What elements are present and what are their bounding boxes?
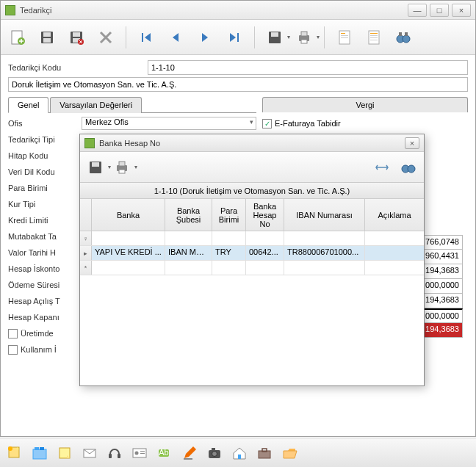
svg-rect-19 <box>370 33 378 34</box>
modal-fit-icon[interactable] <box>372 158 392 177</box>
home-icon[interactable] <box>231 444 248 462</box>
svg-rect-30 <box>119 162 125 166</box>
svg-rect-6 <box>73 32 80 37</box>
save-dropdown-icon[interactable]: ▾ <box>265 28 284 47</box>
svg-rect-12 <box>301 32 307 36</box>
titlebar: Tedarikçi — □ × <box>1 1 475 20</box>
col-banka[interactable]: Banka <box>92 199 165 231</box>
efatura-checkbox[interactable]: ✓ <box>262 119 272 128</box>
cell-iban: TR880006701000... <box>284 246 365 260</box>
nav-prev-icon[interactable] <box>166 28 185 47</box>
modal-binoculars-icon[interactable] <box>399 158 418 177</box>
modal-icon <box>84 138 95 148</box>
mail-icon[interactable] <box>81 444 98 462</box>
toolbar-divider <box>324 26 325 48</box>
nav-last-icon[interactable] <box>225 28 244 47</box>
supplier-name-input[interactable] <box>8 77 468 92</box>
briefcase-icon[interactable] <box>256 444 273 462</box>
svg-rect-21 <box>370 37 378 38</box>
nav-first-icon[interactable] <box>137 28 156 47</box>
svg-point-33 <box>408 165 415 173</box>
doc-lines-icon[interactable] <box>364 28 383 47</box>
svg-rect-13 <box>301 40 307 43</box>
note-new-icon[interactable] <box>6 444 24 462</box>
grid-filter-row[interactable]: ♀ <box>80 231 424 246</box>
svg-rect-46 <box>140 453 145 454</box>
svg-rect-3 <box>43 32 51 37</box>
binoculars-icon[interactable] <box>394 28 413 47</box>
col-para[interactable]: Para Birimi <box>212 199 246 231</box>
efatura-label: E-Faturaya Tabidir <box>275 119 341 128</box>
close-button[interactable]: × <box>452 4 471 17</box>
modal-title: Banka Hesap No <box>99 139 405 148</box>
svg-rect-36 <box>33 449 46 459</box>
main-toolbar: ▾ ▾ <box>1 20 475 55</box>
svg-rect-37 <box>35 447 39 450</box>
id-card-icon[interactable] <box>131 444 148 462</box>
doc-icon[interactable] <box>335 28 354 47</box>
folder-tabs-icon[interactable] <box>31 444 48 462</box>
nav-next-icon[interactable] <box>195 28 214 47</box>
tab-defaults[interactable]: Varsayılan Değerleri <box>50 97 142 113</box>
col-iban[interactable]: IBAN Numarası <box>284 199 365 231</box>
para-label: Para Birimi <box>8 184 82 192</box>
save-as-icon[interactable] <box>67 28 86 47</box>
col-hesap[interactable]: Banka Hesap No <box>246 199 284 231</box>
sticky-note-icon[interactable] <box>56 444 73 462</box>
tab-row: Genel Varsayılan Değerleri <box>8 96 256 113</box>
iskonto-label: Hesap İskonto <box>8 264 82 273</box>
supplier-code-input[interactable] <box>148 60 468 75</box>
cell-sube: IBAN MER... <box>165 246 212 260</box>
kur-label: Kur Tipi <box>8 200 82 209</box>
odeme-label: Ödeme Süresi <box>8 280 82 289</box>
kapan-label: Hesap Kapanı <box>8 313 82 322</box>
grid-new-row[interactable]: * <box>80 261 424 275</box>
svg-rect-28 <box>92 162 99 167</box>
svg-point-44 <box>135 451 139 455</box>
pen-icon[interactable] <box>181 444 198 462</box>
svg-point-51 <box>212 451 217 456</box>
ofis-label: Ofis <box>8 119 82 128</box>
uretim-checkbox[interactable] <box>8 329 18 339</box>
headset-icon[interactable] <box>106 444 123 462</box>
cell-banka: YAPI VE KREDİ ... <box>92 246 165 260</box>
ofis-combo[interactable]: Merkez Ofis <box>82 117 256 130</box>
toolbar-divider <box>126 26 126 48</box>
cell-para: TRY <box>212 246 246 260</box>
kullanim-checkbox[interactable] <box>8 345 18 355</box>
print-dropdown-icon[interactable]: ▾ <box>295 28 314 47</box>
svg-point-24 <box>403 35 410 43</box>
bank-account-modal: Banka Hesap No × ▾ ▾ 1-1-10 (Doruk İleti… <box>79 134 425 386</box>
filter-row-icon: ♀ <box>80 231 92 245</box>
col-sube[interactable]: Banka Şubesi <box>165 199 212 231</box>
minimize-button[interactable]: — <box>408 4 427 17</box>
tab-general[interactable]: Genel <box>8 97 48 113</box>
col-aciklama[interactable]: Açıklama <box>365 199 424 231</box>
tag-ab-icon[interactable]: Ab <box>156 444 173 462</box>
svg-point-35 <box>8 446 12 451</box>
folder-open-icon[interactable] <box>281 444 298 462</box>
svg-rect-45 <box>140 451 145 452</box>
window-title: Tedarikçi <box>20 6 405 15</box>
new-doc-icon[interactable] <box>8 28 27 47</box>
new-row-icon: * <box>80 261 92 275</box>
modal-close-button[interactable]: × <box>405 137 419 149</box>
save-icon[interactable] <box>37 28 57 47</box>
svg-rect-22 <box>370 40 378 40</box>
acilis-label: Hesap Açılış T <box>8 297 82 305</box>
bottom-toolbar: Ab <box>0 438 476 467</box>
modal-print-icon[interactable]: ▾ <box>112 158 131 177</box>
cell-aciklama <box>365 246 424 260</box>
grid-data-row[interactable]: ▸ YAPI VE KREDİ ... IBAN MER... TRY 0064… <box>80 246 424 261</box>
svg-rect-10 <box>271 32 278 37</box>
tab-tax[interactable]: Vergi <box>262 97 468 112</box>
maximize-button[interactable]: □ <box>430 4 449 17</box>
modal-toolbar: ▾ ▾ <box>80 152 424 183</box>
delete-icon[interactable] <box>96 28 115 47</box>
svg-rect-53 <box>238 455 241 459</box>
svg-rect-20 <box>370 35 378 36</box>
modal-save-icon[interactable]: ▾ <box>86 158 105 177</box>
camera-icon[interactable] <box>206 444 223 462</box>
cell-hesap: 00642... <box>246 246 284 260</box>
svg-rect-16 <box>341 35 348 36</box>
